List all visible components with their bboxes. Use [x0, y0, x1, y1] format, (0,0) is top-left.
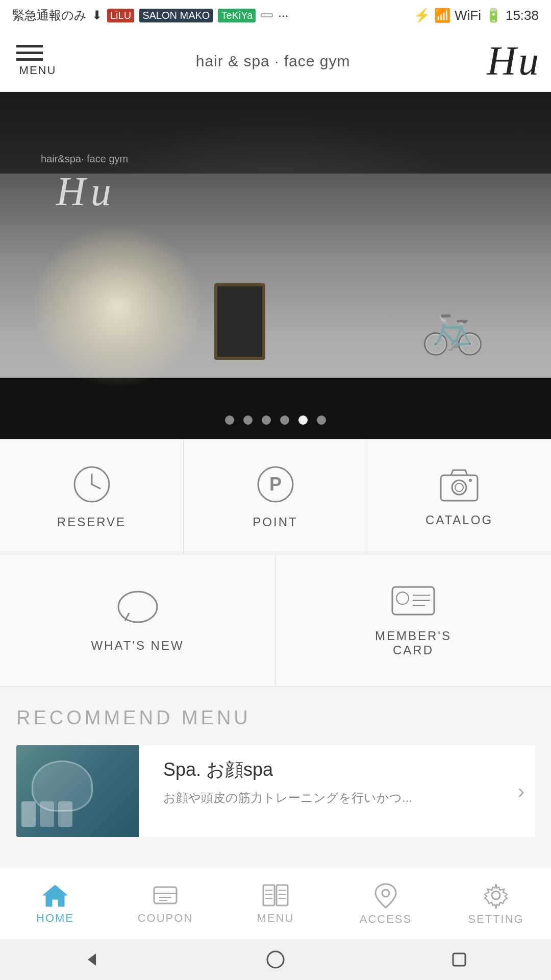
battery-icon: 🔋	[485, 8, 502, 23]
carousel-dot-4[interactable]	[280, 415, 289, 425]
nav-menu[interactable]: MENU	[220, 868, 331, 939]
menu-book-icon	[261, 883, 290, 908]
svg-point-29	[492, 891, 500, 899]
nav-coupon[interactable]: COUPON	[110, 868, 220, 939]
id-card-icon	[390, 583, 436, 619]
nav-home-label: HOME	[36, 912, 74, 925]
header-logo: H u	[487, 38, 535, 84]
svg-marker-30	[88, 953, 96, 966]
carousel-dots	[0, 415, 551, 425]
header-subtitle: hair & spa · face gym	[59, 53, 487, 70]
svg-point-6	[452, 480, 466, 495]
location-icon	[373, 882, 398, 909]
home-button[interactable]	[260, 944, 291, 975]
salon-sign-text: hair&spa· face gym	[41, 153, 128, 165]
nav-home[interactable]: HOME	[0, 868, 110, 939]
chalkboard-decoration	[214, 283, 265, 360]
svg-point-8	[469, 479, 472, 482]
status-bar: 緊急通報のみ ⬇ LiLU SALON MAKO TeKiYa ··· ⚡ 📶 …	[0, 0, 551, 31]
action-grid-row1: RESERVE P POINT CATALOG	[0, 439, 551, 554]
carousel-dot-2[interactable]	[243, 415, 253, 425]
svg-line-2	[92, 484, 100, 488]
bluetooth-icon: ⚡	[414, 8, 430, 23]
catalog-button[interactable]: CATALOG	[367, 439, 551, 554]
app-icon-1: LiLU	[107, 9, 134, 22]
menu-button[interactable]: MENU	[16, 45, 59, 77]
action-grid-row2: WHAT'S NEW MEMBER'S CARD	[0, 554, 551, 687]
status-left: 緊急通報のみ ⬇ LiLU SALON MAKO TeKiYa ···	[12, 7, 288, 23]
svg-rect-21	[277, 885, 288, 905]
app-icon-2: SALON MAKO	[139, 9, 213, 22]
members-card-label: MEMBER'S CARD	[375, 629, 452, 657]
hamburger-icon[interactable]	[16, 45, 43, 61]
square-icon	[449, 949, 469, 970]
time-display: 15:38	[506, 8, 539, 23]
svg-point-11	[396, 592, 409, 604]
svg-rect-20	[263, 885, 274, 905]
circle-icon	[265, 949, 286, 970]
camera-icon	[439, 466, 480, 503]
svg-rect-32	[453, 953, 465, 966]
carousel-dot-6[interactable]	[317, 415, 326, 425]
nav-coupon-label: COUPON	[138, 912, 193, 925]
recommend-title: RECOMMEND MENU	[16, 707, 535, 729]
logo-u: u	[518, 38, 535, 83]
recommend-name: Spa. お顔spa	[163, 757, 493, 782]
recommend-image	[16, 745, 139, 837]
reserve-label: RESERVE	[57, 515, 126, 529]
app-icon-3: TeKiYa	[218, 9, 256, 22]
logo-h: H	[487, 38, 512, 83]
carousel-dot-5[interactable]	[298, 415, 308, 425]
recommend-content: Spa. お顔spa お顔や頭皮の筋力トレーニングを行いかつ...	[153, 745, 504, 837]
catalog-label: CATALOG	[425, 513, 493, 527]
whats-new-label: WHAT'S NEW	[91, 639, 184, 653]
app-icon-4	[261, 13, 273, 17]
bike-decoration: 🚲	[421, 297, 485, 357]
bottom-navigation: HOME COUPON MENU ACCESS	[0, 868, 551, 939]
chat-icon	[115, 587, 161, 628]
settings-icon	[483, 882, 509, 909]
hero-banner: hair&spa· face gym H u 🚲	[0, 92, 551, 439]
svg-point-7	[455, 483, 463, 492]
svg-point-31	[267, 951, 284, 968]
recents-button[interactable]	[444, 944, 474, 975]
download-icon: ⬇	[92, 8, 102, 22]
recommend-section: RECOMMEND MENU Spa. お顔spa お顔や頭皮の筋力トレーニング…	[0, 687, 551, 837]
nav-setting-label: SETTING	[468, 913, 523, 926]
clock-icon	[71, 464, 112, 505]
recommend-arrow[interactable]: ›	[518, 745, 535, 837]
svg-rect-5	[441, 475, 478, 501]
svg-marker-15	[43, 885, 67, 906]
svg-point-28	[382, 890, 389, 897]
carousel-dot-3[interactable]	[262, 415, 271, 425]
svg-rect-16	[154, 887, 177, 903]
nav-access[interactable]: ACCESS	[331, 868, 441, 939]
emergency-text: 緊急通報のみ	[12, 7, 87, 23]
home-icon	[42, 883, 68, 908]
recommend-card[interactable]: Spa. お顔spa お顔や頭皮の筋力トレーニングを行いかつ... ›	[16, 745, 535, 837]
nav-setting[interactable]: SETTING	[441, 868, 551, 939]
nav-access-label: ACCESS	[360, 913, 412, 926]
salon-logo-overlay: H u	[56, 168, 109, 215]
back-button[interactable]	[77, 944, 107, 975]
members-card-button[interactable]: MEMBER'S CARD	[276, 554, 551, 686]
android-navigation-bar	[0, 939, 551, 980]
whats-new-button[interactable]: WHAT'S NEW	[0, 554, 276, 686]
back-arrow-icon	[82, 949, 102, 970]
wifi-icon: WiFi	[455, 8, 481, 23]
svg-text:P: P	[269, 474, 281, 495]
reserve-button[interactable]: RESERVE	[0, 439, 184, 554]
status-right: ⚡ 📶 WiFi 🔋 15:38	[414, 8, 539, 23]
point-icon: P	[255, 464, 296, 505]
menu-label: MENU	[16, 64, 59, 77]
coupon-icon	[152, 883, 179, 908]
recommend-description: お顔や頭皮の筋力トレーニングを行いかつ...	[163, 789, 493, 807]
point-button[interactable]: P POINT	[184, 439, 367, 554]
signal-icon: 📶	[434, 8, 450, 23]
point-label: POINT	[253, 515, 297, 529]
svg-point-9	[118, 592, 157, 622]
app-header: MENU hair & spa · face gym H u	[0, 31, 551, 92]
nav-menu-label: MENU	[257, 912, 294, 925]
carousel-dot-1[interactable]	[225, 415, 234, 425]
more-icon: ···	[278, 8, 288, 22]
